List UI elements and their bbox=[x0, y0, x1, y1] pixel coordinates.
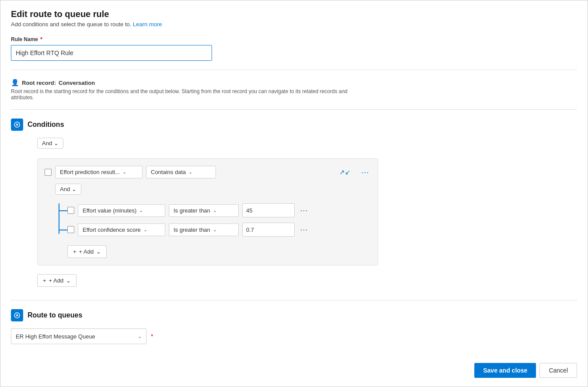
rule-name-input[interactable] bbox=[11, 45, 212, 61]
condition-row3-more-btn[interactable]: ⋯ bbox=[298, 224, 310, 235]
root-record-desc: Root record is the starting record for t… bbox=[11, 88, 369, 101]
add-outer-wrapper: + + Add ⌄ bbox=[37, 271, 577, 287]
required-marker: * bbox=[151, 333, 153, 340]
condition-row3-checkbox[interactable] bbox=[67, 226, 74, 233]
condition-row3-operator-dropdown[interactable]: Is greater than ⌄ bbox=[169, 223, 239, 236]
conditions-title: Conditions bbox=[28, 121, 64, 129]
condition-row1-more-btn[interactable]: ⋯ bbox=[359, 167, 371, 178]
condition-row3-value[interactable] bbox=[242, 223, 295, 237]
condition-row-2: Effort value (minutes) ⌄ Is greater than… bbox=[67, 203, 371, 217]
cancel-button[interactable]: Cancel bbox=[539, 363, 577, 378]
add-outer-btn[interactable]: + + Add ⌄ bbox=[37, 274, 77, 287]
queue-select-wrapper: ER High Effort Message Queue ⌄ * bbox=[11, 328, 577, 344]
page-subtitle: Add conditions and select the queue to r… bbox=[11, 21, 577, 28]
condition-row-2-wrapper: Effort value (minutes) ⌄ Is greater than… bbox=[55, 203, 371, 217]
hline-2 bbox=[59, 230, 67, 230]
condition-row1-operator-dropdown[interactable]: Contains data ⌄ bbox=[146, 166, 216, 178]
condition-row2-checkbox[interactable] bbox=[67, 207, 74, 214]
condition-row-3: Effort confidence score ⌄ Is greater tha… bbox=[67, 223, 371, 237]
hline-1 bbox=[59, 210, 67, 211]
route-to-queues-header: Route to queues bbox=[11, 309, 577, 321]
page-title: Edit route to queue rule bbox=[11, 9, 577, 19]
condition-row3-field-dropdown[interactable]: Effort confidence score ⌄ bbox=[78, 223, 165, 236]
condition-row-1: Effort prediction result... ⌄ Contains d… bbox=[45, 166, 371, 178]
add-inner-btn[interactable]: + + Add ⌄ bbox=[67, 245, 107, 258]
condition-row1-checkbox[interactable] bbox=[45, 169, 52, 176]
route-to-queues-title: Route to queues bbox=[28, 311, 82, 319]
and-badge-outer[interactable]: And ⌄ bbox=[37, 138, 63, 149]
save-and-close-button[interactable]: Save and close bbox=[474, 363, 536, 378]
condition-row2-field-dropdown[interactable]: Effort value (minutes) ⌄ bbox=[78, 204, 165, 217]
condition-row1-field-dropdown[interactable]: Effort prediction result... ⌄ bbox=[55, 166, 143, 178]
condition-group: Effort prediction result... ⌄ Contains d… bbox=[37, 158, 378, 265]
root-record-icon: 👤 bbox=[11, 79, 19, 87]
queue-select-dropdown[interactable]: ER High Effort Message Queue ⌄ bbox=[11, 328, 146, 344]
subtitle-text: Add conditions and select the queue to r… bbox=[11, 21, 131, 28]
divider-1 bbox=[11, 70, 577, 70]
condition-row1-expand-btn[interactable]: ↗↙ bbox=[337, 167, 352, 177]
route-to-queues-icon bbox=[11, 309, 23, 321]
page-container: Edit route to queue rule Add conditions … bbox=[0, 0, 588, 387]
conditions-section-header: Conditions bbox=[11, 119, 577, 131]
root-record-label-row: 👤 Root record: Conversation bbox=[11, 79, 577, 87]
add-inner-wrapper: + + Add ⌄ bbox=[55, 242, 371, 258]
condition-row-3-wrapper: Effort confidence score ⌄ Is greater tha… bbox=[55, 223, 371, 237]
condition-row2-operator-dropdown[interactable]: Is greater than ⌄ bbox=[169, 204, 239, 217]
nested-conditions-wrapper: Effort value (minutes) ⌄ Is greater than… bbox=[55, 203, 371, 258]
conditions-icon bbox=[11, 119, 23, 131]
condition-row2-value[interactable] bbox=[242, 203, 295, 217]
learn-more-link[interactable]: Learn more bbox=[133, 21, 162, 28]
divider-2 bbox=[11, 109, 577, 110]
footer-buttons: Save and close Cancel bbox=[474, 363, 577, 378]
divider-3 bbox=[11, 300, 577, 300]
root-record-section: 👤 Root record: Conversation Root record … bbox=[11, 79, 577, 101]
and-badge-inner[interactable]: And ⌄ bbox=[55, 184, 81, 195]
condition-row2-more-btn[interactable]: ⋯ bbox=[298, 205, 310, 216]
rule-name-label: Rule Name * bbox=[11, 36, 577, 42]
